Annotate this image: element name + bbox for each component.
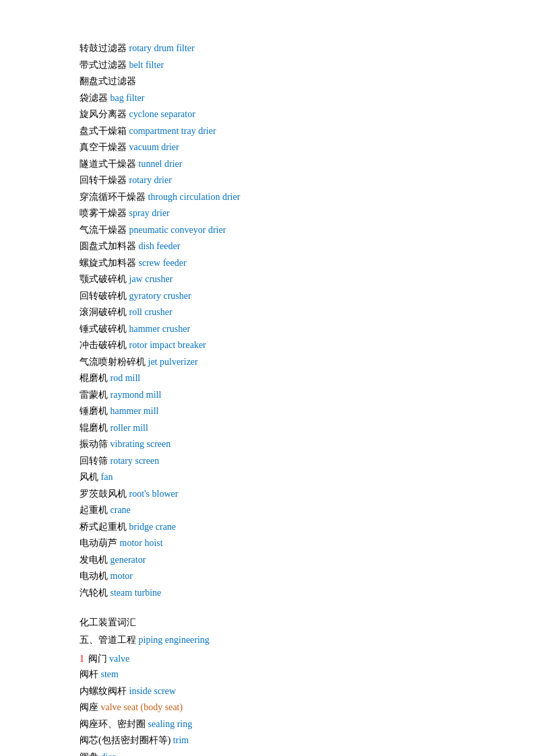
valve-list-item: 阀座 valve seat (body seat) [80,699,481,716]
item-en: pneumatic conveyor drier [129,225,226,235]
item-zh: 辊磨机 [80,423,111,433]
list-item: 电动机 motor [80,568,481,585]
list-item: 气流干燥器 pneumatic conveyor drier [80,222,481,239]
item-en: gyratory crusher [129,291,191,301]
valve-list-item: 阀座环、密封圈 sealing ring [80,716,481,733]
item-zh: 冲击破碎机 [80,340,129,350]
item-en: generator [111,555,146,565]
valve-list-item: 阀芯(包括密封圈杆等) trim [80,732,481,749]
item-en: bridge crane [129,522,177,532]
list-item: 桥式起重机 bridge crane [80,519,481,536]
terminology-list: 转鼓过滤器 rotary drum filter带式过滤器 belt filte… [80,40,481,601]
list-item: 滚洞破碎机 roll crusher [80,304,481,321]
item-en: vibrating screen [111,439,171,449]
item-en: bag filter [111,93,145,103]
item-en: rod mill [111,373,141,383]
list-item: 罗茨鼓风机 root's blower [80,486,481,503]
valve-list-item: 内螺纹阀杆 inside screw [80,683,481,700]
item-zh: 风机 [80,472,101,482]
list-item: 棍磨机 rod mill [80,370,481,387]
item-en: motor hoist [120,538,163,548]
valve-item-zh: 阀芯(包括密封圈杆等) [80,735,173,745]
item-zh: 袋滤器 [80,93,111,103]
item-zh: 颚式破碎机 [80,274,129,284]
valve-item-zh: 阀座环、密封圈 [80,719,148,729]
subsection-title-zh: 阀门 [88,654,107,664]
list-item: 电动葫芦 motor hoist [80,535,481,552]
list-item: 汽轮机 steam turbine [80,585,481,602]
item-zh: 螺旋式加料器 [80,258,139,268]
item-zh: 回转筛 [80,456,111,466]
list-item: 起重机 crane [80,502,481,519]
list-item: 回转破碎机 gyratory crusher [80,288,481,305]
item-zh: 起重机 [80,505,111,515]
list-item: 冲击破碎机 rotor impact breaker [80,337,481,354]
item-en: raymond mill [111,390,162,400]
list-item: 风机 fan [80,469,481,486]
valve-list-item: 阀盘 disc [80,749,481,756]
list-item: 锤磨机 hammer mill [80,403,481,420]
item-en: cyclone separator [129,109,195,119]
subtitle-zh: 五、管道工程 [80,635,136,645]
item-en: crane [111,505,131,515]
list-item: 振动筛 vibrating screen [80,436,481,453]
valve-item-zh: 阀杆 [80,669,101,679]
item-en: jaw crusher [129,274,173,284]
list-item: 回转干燥器 rotary drier [80,172,481,189]
subsection: 1 阀门 valve [80,651,481,667]
item-zh: 棍磨机 [80,373,111,383]
valve-item-en: disc [101,752,117,756]
valve-item-zh: 阀盘 [80,752,101,756]
item-en: hammer crusher [129,324,191,334]
valve-item-zh: 阀座 [80,702,101,712]
valve-list-item: 阀杆 stem [80,666,481,683]
item-en: roller mill [111,423,148,433]
list-item: 发电机 generator [80,552,481,569]
list-item: 旋风分离器 cyclone separator [80,106,481,123]
item-zh: 锤磨机 [80,406,111,416]
list-item: 锤式破碎机 hammer crusher [80,321,481,338]
item-zh: 回转破碎机 [80,291,129,301]
item-zh: 电动葫芦 [80,538,120,548]
subsection-number: 1 [80,654,84,664]
list-item: 回转筛 rotary screen [80,453,481,470]
item-zh: 锤式破碎机 [80,324,129,334]
item-en: vacuum drier [129,142,179,152]
item-en: rotary drier [129,175,172,185]
list-item: 盘式干燥箱 compartment tray drier [80,123,481,140]
list-item: 气流喷射粉碎机 jet pulverizer [80,354,481,371]
item-zh: 振动筛 [80,439,111,449]
item-en: rotary drum filter [129,43,195,53]
item-en: compartment tray drier [129,126,216,136]
list-item: 螺旋式加料器 screw feeder [80,255,481,272]
item-en: hammer mill [111,406,159,416]
item-zh: 滚洞破碎机 [80,307,129,317]
item-zh: 桥式起重机 [80,522,129,532]
item-en: dish feeder [139,241,181,251]
valve-item-en: inside screw [129,686,177,696]
item-zh: 罗茨鼓风机 [80,489,129,499]
item-en: jet pulverizer [148,357,198,367]
item-zh: 带式过滤器 [80,60,129,70]
section-subtitle: 五、管道工程 piping engineering [80,632,481,648]
valve-item-zh: 内螺纹阀杆 [80,686,129,696]
item-en: rotor impact breaker [129,340,206,350]
item-zh: 盘式干燥箱 [80,126,129,136]
list-item: 颚式破碎机 jaw crusher [80,271,481,288]
list-item: 雷蒙机 raymond mill [80,387,481,404]
section-title-zh: 化工装置词汇 [80,617,136,627]
item-en: spray drier [129,208,170,218]
item-en: belt filter [129,60,164,70]
valve-item-en: trim [173,735,189,745]
item-zh: 翻盘式过滤器 [80,76,136,86]
list-item: 转鼓过滤器 rotary drum filter [80,40,481,57]
list-item: 带式过滤器 belt filter [80,57,481,74]
item-zh: 发电机 [80,555,111,565]
list-item: 袋滤器 bag filter [80,90,481,107]
valve-item-en: stem [101,669,119,679]
item-zh: 雷蒙机 [80,390,111,400]
valve-list: 阀杆 stem内螺纹阀杆 inside screw阀座 valve seat (… [80,666,481,756]
subtitle-en: piping engineering [139,635,210,645]
list-item: 隧道式干燥器 tunnel drier [80,156,481,173]
item-en: screw feeder [139,258,187,268]
